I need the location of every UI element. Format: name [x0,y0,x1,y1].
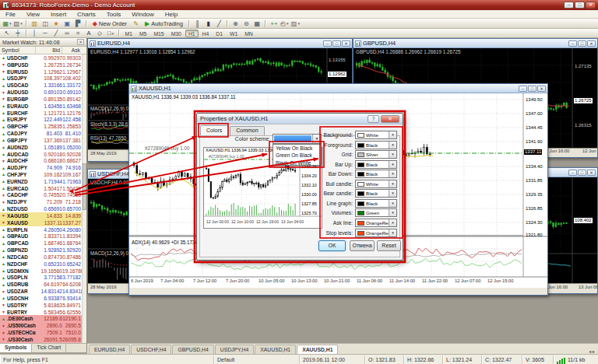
market-watch-row[interactable]: ▲AUDCAD0.920180.92028 [0,151,83,158]
new-order-button[interactable]: ◆New Order [90,19,130,28]
timeframe-h1[interactable]: H1 [185,30,199,37]
timeframe-w1[interactable]: W1 [227,30,241,37]
trendline-icon[interactable]: ╱ [51,29,62,37]
candlestick-chart-icon[interactable]: ▮ [203,19,213,28]
menu-insert[interactable]: Insert [45,10,72,19]
templates-icon[interactable]: ▨▾ [290,19,301,28]
cancel-button[interactable]: Отмена [350,240,375,251]
menu-help[interactable]: Help [160,10,183,19]
chevron-down-icon[interactable]: ▾ [389,131,396,138]
market-watch-row[interactable]: ▼EURGBP0.891350.89142 [0,96,83,103]
market-watch-row[interactable]: ▲GBPJPY137.369137.381 [0,137,83,144]
restore-icon[interactable]: □ [528,86,536,92]
market-watch-row[interactable]: ▼AUDUSD0.691030.69110 [0,89,83,96]
close-icon[interactable]: ✕ [586,2,596,9]
chevron-down-icon[interactable]: ▾ [389,219,396,226]
chart-tab-usdjpy-h4[interactable]: USDJPY,H4 [215,345,255,354]
market-watch-row[interactable]: ▼.US500Cash2890.02890.5 [0,322,83,329]
field-combobox-black[interactable]: Black▾ [355,141,397,149]
market-watch-row[interactable]: ▲EURJPY122.449122.458 [0,116,83,123]
vertical-line-icon[interactable]: │ [30,29,40,37]
market-watch-row[interactable]: ▲EURAUD1.634561.63468 [0,103,83,110]
menu-charts[interactable]: Charts [72,10,101,19]
timeframe-m30[interactable]: M30 [168,30,185,37]
chevron-down-icon[interactable]: ▾ [389,180,396,187]
market-watch-row[interactable]: ▲EURCHF1.121721.12176 [0,110,83,117]
window-titlebar[interactable]: GBPUSD,H4–□✕ [354,39,597,48]
market-watch-row[interactable]: ▲EURNZD1.719441.71963 [0,178,83,185]
field-combobox-black[interactable]: Black▾ [355,199,397,208]
strategy-tester-icon[interactable]: ▛ [73,19,83,28]
crosshair-icon[interactable]: ┼ [13,29,23,37]
text-icon[interactable]: A [84,29,94,37]
terminal-icon[interactable]: ▣ [62,19,72,28]
chart-tab-eurusd-h4[interactable]: EURUSD,H4 [89,345,130,354]
market-watch-row[interactable]: ▼CADCHF0.745520.74563 [0,192,83,199]
market-watch-row[interactable]: ▲EURCAD1.504171.50430 [0,185,83,192]
close-icon[interactable]: ✕ [587,40,596,47]
tab-scroll-arrows[interactable]: ◂ ▸ [586,348,598,354]
market-watch-row[interactable]: ▼EURUSD1.129621.12967 [0,68,83,75]
market-watch-row[interactable]: ▲EURPLN4.260504.26080 [0,226,83,233]
market-watch-row[interactable]: ▼EURTRY6.583456.62556 [0,309,83,316]
timeframe-m5[interactable]: M5 [136,30,150,37]
chevron-down-icon[interactable]: ▾ [389,151,396,158]
market-watch-row[interactable]: ▲USDCAD1.331661.33172 [0,82,83,89]
minimize-icon[interactable]: – [568,170,577,176]
field-combobox-orangered[interactable]: OrangeRed▾ [355,229,397,237]
chart-tab-usdchf-h4[interactable]: USDCHF,H4 [131,345,171,354]
market-watch-row[interactable]: ▲CADJPY81.40381.410 [0,130,83,137]
market-watch-row[interactable]: ▼USDZAR14.8314214.83418 [0,288,83,295]
market-watch-row[interactable]: ▲USDCHF0.992970.99303 [0,54,83,61]
market-watch-row[interactable]: ▲USDCNH6.933876.93414 [0,295,83,302]
market-watch-row[interactable]: ▼.USTECHCash7509.17510.0 [0,329,83,336]
market-watch-row[interactable]: ▲AUDNZD1.051891.05200 [0,144,83,151]
market-watch-row[interactable]: ▲GBPNZD1.928921.92920 [0,247,83,254]
market-watch-row[interactable]: ▲NZDCHF0.652310.65242 [0,261,83,268]
scheme-option-black-on-white[interactable]: Black On White [273,159,321,166]
chevron-down-icon[interactable]: ▾ [389,161,396,168]
field-combobox-green[interactable]: Green▾ [355,208,397,217]
field-combobox-orangered[interactable]: OrangeRed▾ [355,219,397,227]
window-titlebar[interactable]: XAUUSD,H1–□✕ [129,84,547,93]
scheme-option-green-on-black[interactable]: Green On Black [273,152,321,159]
market-watch-row[interactable]: ▲CHFJPY109.162109.167 [0,171,83,178]
market-watch-icon[interactable]: ▥ [30,19,40,28]
periods-icon[interactable]: ◴▾ [280,19,290,28]
profiles-icon[interactable]: ▧▾ [13,19,23,28]
menu-view[interactable]: View [21,10,45,19]
restore-icon[interactable]: □ [578,40,586,47]
hscroll-area[interactable] [129,288,547,295]
market-watch-row[interactable]: ▲NZDCAD0.874730.87486 [0,254,83,261]
label-icon[interactable]: ◇ [95,29,105,37]
market-watch-row[interactable]: ▲USDRUB64.619764.6208 [0,281,83,288]
timeframe-m1[interactable]: M1 [122,30,135,37]
field-combobox-black[interactable]: Black▾ [355,189,397,198]
close-icon[interactable]: ✕ [537,86,546,92]
market-watch-row[interactable]: ▼GBPUSD1.267251.26734 [0,61,83,68]
column-ask[interactable]: Ask [62,47,82,54]
scheme-option-yellow-on-black[interactable]: Yellow On Black [273,145,321,152]
field-combobox-white[interactable]: White▾ [355,180,397,188]
minimize-icon[interactable]: – [564,2,574,9]
market-watch-row[interactable]: ▲GBPCHF1.258351.25853 [0,123,83,130]
close-icon[interactable]: ✕ [342,40,350,47]
data-window-icon[interactable]: ◫ [40,19,51,28]
market-watch-row[interactable]: ▼AUDCHF0.686180.68627 [0,157,83,164]
chart-tab-gbpusd-h4[interactable]: GBPUSD,H4 [172,345,213,354]
menu-file[interactable]: File [0,10,21,19]
market-watch-row[interactable]: ▲GBPAUD1.833711.83394 [0,233,83,240]
ok-button[interactable]: OK [318,240,346,251]
cursor-icon[interactable]: ↖ [2,29,12,37]
market-watch-row[interactable]: ▲AUDJPY74.90974.916 [0,164,83,171]
chevron-down-icon[interactable]: ▾ [389,142,396,149]
minimize-icon[interactable]: – [568,40,577,47]
tile-windows-icon[interactable]: ▦ [252,19,262,28]
field-combobox-white[interactable]: White▾ [355,131,397,139]
restore-icon[interactable]: □ [332,40,341,47]
market-watch-row[interactable]: ▲USDJPY108.397108.402 [0,75,83,82]
horizontal-line-icon[interactable]: ─ [40,29,51,37]
navigator-icon[interactable]: ★ [51,19,62,28]
market-watch-close-icon[interactable]: ✕ [77,39,84,45]
market-watch-row[interactable]: ▼XAUUSD1337.111337.27 [0,219,83,226]
